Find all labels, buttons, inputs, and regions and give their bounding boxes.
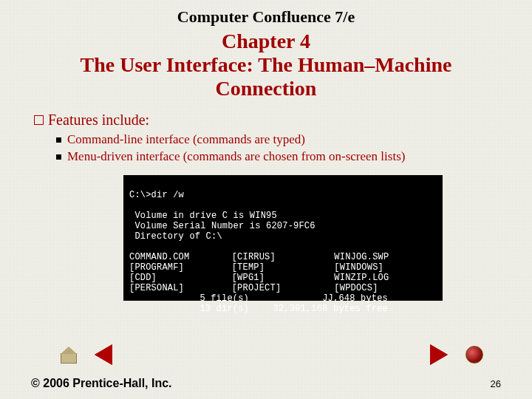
home-button[interactable] [61,347,77,364]
terminal-line: Volume Serial Number is 6207-9FC6 [129,221,316,231]
terminal-line [129,200,134,211]
dos-terminal-screenshot: C:\>dir /w Volume in drive C is WIN95 Vo… [123,175,443,301]
arrow-right-icon [430,344,448,365]
copyright-text: © 2006 Prentice-Hall, Inc. [31,377,172,390]
terminal-cell: WINZIP.LOG [334,273,437,283]
previous-button[interactable] [95,344,117,365]
terminal-stat: 5 file(s) [129,293,262,304]
terminal-cell: [WPG1] [232,273,335,283]
page-number: 26 [491,378,501,389]
features-heading: Features include: [34,112,532,129]
terminal-columns: [PROGRAMF][TEMP][WINDOWS] [129,262,437,273]
terminal-line: C:\>dir /w [129,190,184,200]
terminal-cell: [CDD] [129,273,232,283]
terminal-stat: JJ,648 bytes [262,293,388,304]
terminal-stat: 13 dir(s) [129,304,262,314]
square-bullet-icon [56,137,61,143]
circle-stop-icon [466,346,483,364]
footer: © 2006 Prentice-Hall, Inc. 26 [0,377,532,390]
terminal-cell: COMMAND.COM [129,252,232,262]
checkbox-bullet-icon [34,115,44,125]
list-item: Command-line interface (commands are typ… [56,132,532,149]
terminal-stats: 5 file(s)JJ,648 bytes [129,293,437,304]
terminal-cell: [TEMP] [232,262,335,273]
terminal-line: Directory of C:\ [129,231,222,242]
terminal-stat: 32,391,168 bytes free [262,304,388,314]
next-button[interactable] [430,344,452,365]
chapter-title: The User Interface: The Human–Machine Co… [44,53,488,100]
bullet-text: Command-line interface (commands are typ… [67,132,305,146]
book-title: Computer Confluence 7/e [0,0,532,27]
list-item: Menu-driven interface (commands are chos… [56,149,532,166]
terminal-cell: WINJOG.SWP [334,252,437,262]
bullet-text: Menu-driven interface (commands are chos… [67,149,405,163]
terminal-cell: [CIRRUS] [232,252,335,262]
terminal-columns: [PERSONAL][PROJECT][WPDOCS] [129,283,437,293]
nav-row [0,341,532,364]
terminal-columns: COMMAND.COM[CIRRUS]WINJOG.SWP [129,252,437,262]
terminal-cell: [WINDOWS] [334,262,437,273]
feature-list: Command-line interface (commands are typ… [34,132,532,166]
terminal-line: Volume in drive C is WIN95 [129,211,277,221]
square-bullet-icon [56,154,61,160]
terminal-cell: [PROGRAMF] [129,262,232,273]
slide-content: Features include: Command-line interface… [0,112,532,301]
terminal-cell: [PROJECT] [232,283,335,293]
features-label: Features include: [48,112,149,128]
chapter-heading: Chapter 4 The User Interface: The Human–… [0,30,532,101]
chapter-number: Chapter 4 [44,30,488,53]
end-button[interactable] [466,346,483,364]
terminal-line [129,242,134,252]
arrow-left-icon [95,344,112,365]
home-icon [61,353,77,364]
terminal-cell: [WPDOCS] [334,283,437,293]
terminal-stats: 13 dir(s)32,391,168 bytes free [129,304,437,314]
terminal-columns: [CDD][WPG1]WINZIP.LOG [129,273,437,283]
terminal-cell: [PERSONAL] [129,283,232,293]
